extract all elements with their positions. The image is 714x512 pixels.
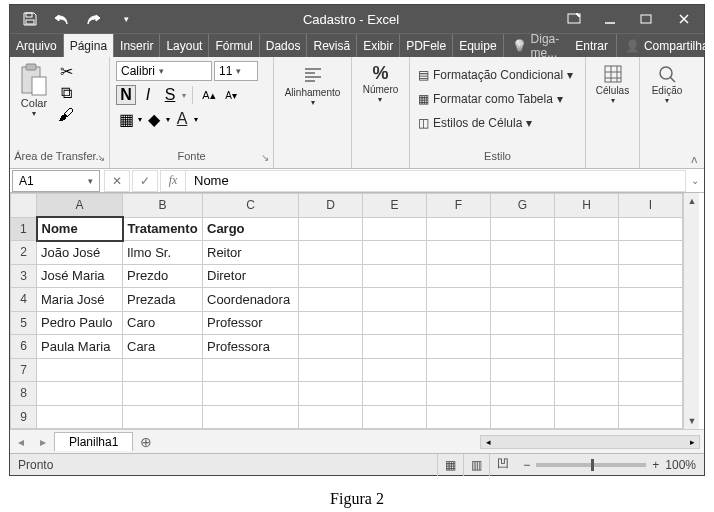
cell[interactable] <box>299 382 363 406</box>
tab-home[interactable]: Página <box>64 34 114 57</box>
row-header[interactable]: 4 <box>11 288 37 312</box>
formula-input[interactable]: Nome <box>186 170 686 192</box>
cell[interactable] <box>363 264 427 288</box>
row-header[interactable]: 9 <box>11 405 37 429</box>
insert-function-icon[interactable]: fx <box>160 170 186 192</box>
cell[interactable] <box>427 335 491 359</box>
cell[interactable] <box>427 382 491 406</box>
cell[interactable] <box>123 382 203 406</box>
normal-view-icon[interactable]: ▦ <box>437 454 463 476</box>
cell[interactable] <box>123 405 203 429</box>
vertical-scrollbar[interactable]: ▲ ▼ <box>683 193 699 429</box>
sheet-nav-next-icon[interactable]: ▸ <box>32 435 54 449</box>
cell[interactable]: Coordenadora <box>203 288 299 312</box>
cell[interactable] <box>299 335 363 359</box>
cell[interactable] <box>619 311 683 335</box>
row-header[interactable]: 3 <box>11 264 37 288</box>
cell[interactable]: Maria José <box>37 288 123 312</box>
cell[interactable] <box>363 217 427 241</box>
tab-layout[interactable]: Layout <box>160 34 209 57</box>
format-painter-icon[interactable]: 🖌 <box>56 105 76 125</box>
cells-button[interactable]: Células ▾ <box>592 61 633 107</box>
cell[interactable] <box>427 217 491 241</box>
tab-data[interactable]: Dados <box>260 34 308 57</box>
tab-insert[interactable]: Inserir <box>114 34 160 57</box>
qat-customize-icon[interactable]: ▾ <box>112 5 140 33</box>
cell[interactable] <box>299 358 363 382</box>
cell[interactable] <box>555 288 619 312</box>
cell[interactable]: Professora <box>203 335 299 359</box>
cell[interactable] <box>427 241 491 265</box>
horizontal-scrollbar[interactable]: ◂ ▸ <box>480 435 700 449</box>
page-layout-view-icon[interactable]: ▥ <box>463 454 489 476</box>
cell[interactable]: João José <box>37 241 123 265</box>
cell[interactable]: Pedro Paulo <box>37 311 123 335</box>
cell[interactable] <box>491 217 555 241</box>
cell[interactable] <box>427 405 491 429</box>
undo-icon[interactable] <box>48 5 76 33</box>
cell[interactable]: Prezada <box>123 288 203 312</box>
cell[interactable] <box>37 358 123 382</box>
new-sheet-icon[interactable]: ⊕ <box>133 434 159 450</box>
tell-me-search[interactable]: 💡 Diga-me... <box>504 34 568 57</box>
close-icon[interactable] <box>664 5 704 33</box>
format-as-table-button[interactable]: ▦Formatar como Tabela ▾ <box>416 89 565 109</box>
cell[interactable]: Cargo <box>203 217 299 241</box>
cell[interactable]: Tratamento <box>123 217 203 241</box>
cell[interactable] <box>427 358 491 382</box>
cell[interactable] <box>203 405 299 429</box>
cell[interactable] <box>123 358 203 382</box>
cell[interactable] <box>491 405 555 429</box>
worksheet-grid[interactable]: ABCDEFGHI1NomeTratamentoCargo2João JoséI… <box>10 193 704 429</box>
row-header[interactable]: 7 <box>11 358 37 382</box>
cell[interactable] <box>555 217 619 241</box>
zoom-level[interactable]: 100% <box>665 458 696 472</box>
bold-button[interactable]: N <box>116 85 136 105</box>
cancel-formula-icon[interactable]: ✕ <box>104 170 130 192</box>
cut-icon[interactable]: ✂ <box>56 61 76 81</box>
cell[interactable]: Ilmo Sr. <box>123 241 203 265</box>
cell-styles-button[interactable]: ◫Estilos de Célula ▾ <box>416 113 534 133</box>
collapse-ribbon-icon[interactable]: ʌ <box>691 153 698 166</box>
save-icon[interactable] <box>16 5 44 33</box>
cell[interactable] <box>491 264 555 288</box>
conditional-formatting-button[interactable]: ▤Formatação Condicional ▾ <box>416 65 575 85</box>
scroll-right-icon[interactable]: ▸ <box>685 436 699 448</box>
dialog-launcher-icon[interactable]: ↘ <box>97 152 105 163</box>
cell[interactable]: José Maria <box>37 264 123 288</box>
cell[interactable]: Nome <box>37 217 123 241</box>
cell[interactable]: Professor <box>203 311 299 335</box>
scroll-up-icon[interactable]: ▲ <box>684 193 700 209</box>
cell[interactable] <box>491 358 555 382</box>
cell[interactable] <box>299 264 363 288</box>
cell[interactable] <box>555 382 619 406</box>
cell[interactable] <box>491 241 555 265</box>
cell[interactable] <box>619 358 683 382</box>
column-header[interactable]: B <box>123 194 203 218</box>
cell[interactable] <box>555 241 619 265</box>
enter-formula-icon[interactable]: ✓ <box>132 170 158 192</box>
cell[interactable] <box>555 264 619 288</box>
cell[interactable] <box>363 358 427 382</box>
cell[interactable]: Diretor <box>203 264 299 288</box>
cell[interactable] <box>491 335 555 359</box>
maximize-icon[interactable] <box>628 5 664 33</box>
column-header[interactable]: E <box>363 194 427 218</box>
cell[interactable] <box>363 382 427 406</box>
tab-formulas[interactable]: Fórmul <box>209 34 259 57</box>
tab-view[interactable]: Exibir <box>357 34 400 57</box>
fill-color-icon[interactable]: ◆ <box>144 109 164 129</box>
column-header[interactable]: F <box>427 194 491 218</box>
cell[interactable] <box>363 241 427 265</box>
column-header[interactable]: C <box>203 194 299 218</box>
column-header[interactable]: D <box>299 194 363 218</box>
cell[interactable] <box>619 405 683 429</box>
tab-team[interactable]: Equipe <box>453 34 503 57</box>
cell[interactable] <box>203 382 299 406</box>
cell[interactable]: Cara <box>123 335 203 359</box>
column-header[interactable]: I <box>619 194 683 218</box>
name-box[interactable]: A1▾ <box>12 170 100 192</box>
cell[interactable] <box>37 382 123 406</box>
zoom-out-icon[interactable]: − <box>523 458 530 472</box>
tab-pdf[interactable]: PDFele <box>400 34 453 57</box>
